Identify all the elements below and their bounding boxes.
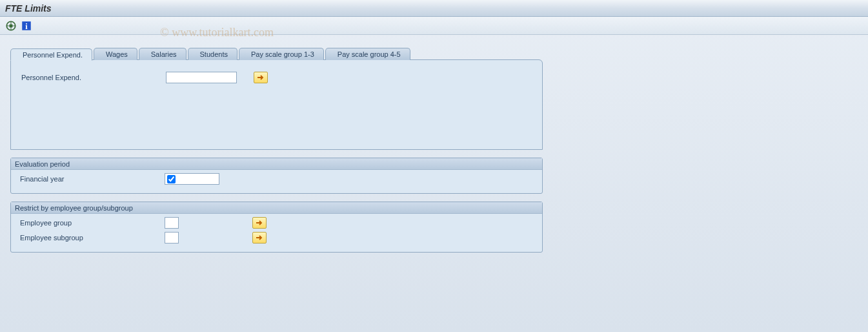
field-row-employee-subgroup: Employee subgroup	[16, 232, 537, 244]
tab-wages[interactable]: Wages	[94, 48, 137, 60]
group-restrict-employee: Restrict by employee group/subgroup Empl…	[10, 202, 543, 253]
content-area: Personnel Expend. Wages Salaries Student…	[0, 35, 868, 258]
multiple-selection-button[interactable]	[252, 232, 267, 244]
tab-label: Salaries	[151, 50, 177, 58]
group-evaluation-period: Evaluation period Financial year	[10, 158, 543, 194]
execute-icon[interactable]	[5, 20, 17, 32]
field-row-personnel-expend: Personnel Expend.	[17, 72, 536, 83]
tab-label: Pay scale group 4-5	[338, 50, 401, 58]
financial-year-checkbox[interactable]	[167, 175, 176, 183]
field-row-financial-year: Financial year	[16, 173, 537, 185]
tab-personnel-expend[interactable]: Personnel Expend.	[10, 48, 92, 61]
tab-strip: Personnel Expend. Wages Salaries Student…	[10, 48, 863, 60]
financial-year-input-wrapper	[165, 173, 219, 185]
field-label: Employee group	[16, 219, 165, 227]
tab-students[interactable]: Students	[188, 48, 237, 60]
svg-text:i: i	[25, 21, 28, 30]
multiple-selection-button[interactable]	[252, 217, 267, 229]
info-icon[interactable]: i	[21, 20, 32, 32]
field-row-employee-group: Employee group	[16, 217, 537, 229]
personnel-expend-input[interactable]	[166, 72, 237, 83]
page-title: FTE Limits	[5, 3, 52, 14]
svg-point-1	[9, 24, 13, 28]
title-bar: FTE Limits	[0, 0, 868, 17]
group-header: Evaluation period	[11, 158, 542, 170]
tab-pay-scale-4-5[interactable]: Pay scale group 4-5	[325, 48, 410, 60]
tab-label: Students	[200, 50, 228, 58]
multiple-selection-button[interactable]	[254, 72, 268, 83]
employee-group-input[interactable]	[165, 217, 179, 229]
tab-pay-scale-1-3[interactable]: Pay scale group 1-3	[239, 48, 324, 60]
group-header: Restrict by employee group/subgroup	[11, 202, 542, 214]
tab-label: Wages	[106, 50, 128, 58]
tab-panel-personnel-expend: Personnel Expend.	[10, 59, 543, 150]
employee-subgroup-input[interactable]	[165, 232, 179, 244]
field-label: Employee subgroup	[16, 234, 165, 242]
field-label: Financial year	[16, 175, 165, 183]
tab-salaries[interactable]: Salaries	[139, 48, 187, 60]
tab-label: Personnel Expend.	[23, 51, 83, 59]
toolbar: i	[0, 17, 868, 35]
tab-label: Pay scale group 1-3	[251, 50, 314, 58]
field-label: Personnel Expend.	[17, 74, 166, 81]
